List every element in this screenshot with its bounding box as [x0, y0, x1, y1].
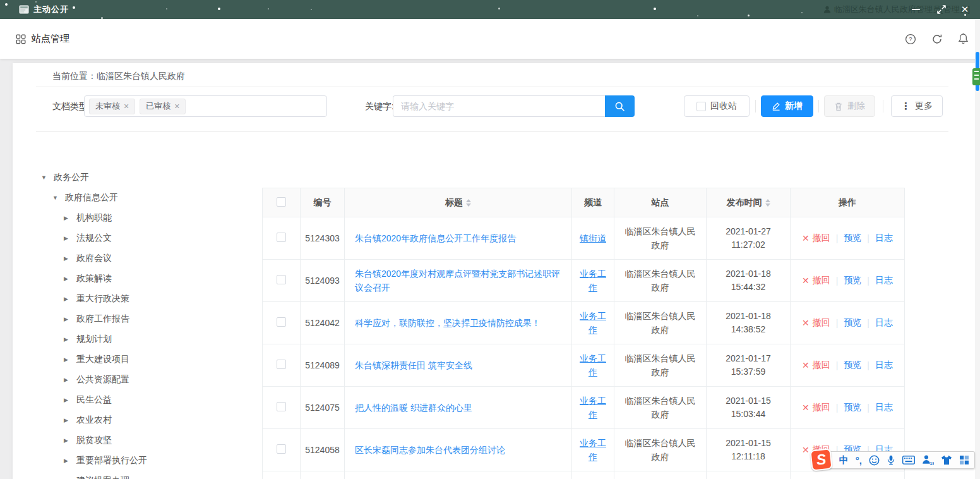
recycle-bin-button[interactable]: 回收站 [684, 95, 750, 117]
doc-channel-link[interactable]: 镇街道 [580, 233, 606, 243]
row-checkbox[interactable] [277, 233, 286, 242]
publish-date: 2021-01-18 [707, 310, 790, 323]
tag-remove-icon[interactable]: × [124, 101, 129, 111]
log-action[interactable]: 日志 [875, 275, 893, 286]
tree-item[interactable]: 政府信息公开 [41, 188, 259, 208]
tree-expand-arrow-icon[interactable] [64, 417, 76, 423]
withdraw-action[interactable]: ✕撤回 [802, 233, 830, 244]
tree-item[interactable]: 机构职能 [41, 208, 259, 228]
row-checkbox[interactable] [277, 275, 286, 284]
log-action[interactable]: 日志 [875, 317, 893, 329]
maximize-button[interactable] [931, 0, 952, 19]
preview-action[interactable]: 预览 [844, 317, 861, 329]
tree-item[interactable]: 规划计划 [41, 329, 259, 349]
ime-skin-icon[interactable] [941, 455, 952, 465]
doc-title-link[interactable]: 朱台镇深耕责任田 筑牢安全线 [355, 360, 472, 370]
tree-expand-arrow-icon[interactable] [41, 174, 54, 181]
recycle-bin-checkbox[interactable] [696, 102, 706, 111]
tree-expand-arrow-icon[interactable] [64, 235, 76, 241]
withdraw-action[interactable]: ✕撤回 [802, 275, 830, 286]
doc-title-link[interactable]: 把人性的温暖 织进群众的心里 [355, 403, 472, 413]
search-button[interactable] [605, 95, 635, 117]
doc-channel-link[interactable]: 业务工作 [580, 269, 606, 293]
tree-expand-arrow-icon[interactable] [64, 437, 76, 444]
tree-item[interactable]: 重要部署执行公开 [41, 451, 259, 471]
page-elevator-widget[interactable] [972, 68, 980, 85]
tree-expand-arrow-icon[interactable] [64, 397, 76, 403]
sogou-logo-icon[interactable]: S [810, 448, 832, 471]
refresh-icon[interactable] [931, 33, 943, 45]
log-action[interactable]: 日志 [875, 360, 893, 371]
doc-type-multiselect[interactable]: 未审核× 已审核× [84, 95, 327, 117]
tree-item[interactable]: 重大建设项目 [41, 349, 259, 370]
ime-chinese-mode-icon[interactable]: 中 [839, 454, 849, 466]
column-header-publish-time[interactable]: 发布时间 [707, 188, 791, 217]
tree-expand-arrow-icon[interactable] [64, 276, 76, 282]
ime-punctuation-icon[interactable]: °, [856, 455, 862, 466]
ime-keyboard-icon[interactable] [902, 456, 915, 464]
tree-item[interactable]: 政府工作报告 [41, 309, 259, 329]
tree-item[interactable]: 政府会议 [41, 248, 259, 269]
tree-item[interactable]: 政策解读 [41, 269, 259, 289]
vertical-scrollbar[interactable] [975, 19, 980, 479]
tree-expand-arrow-icon[interactable] [52, 195, 65, 201]
preview-action[interactable]: 预览 [844, 402, 861, 413]
withdraw-action[interactable]: ✕撤回 [802, 317, 830, 329]
ime-voice-icon[interactable] [887, 454, 895, 466]
help-icon[interactable]: ? [905, 33, 916, 45]
withdraw-action[interactable]: ✕撤回 [802, 360, 830, 371]
preview-action[interactable]: 预览 [844, 233, 861, 244]
doc-channel-link[interactable]: 业务工作 [580, 438, 606, 462]
keyword-input[interactable] [393, 95, 605, 117]
ime-user-dict-icon[interactable]: 19 [922, 454, 934, 466]
doc-publish-time: 2021-01-27 11:27:02 [707, 217, 791, 260]
doc-title-link[interactable]: 朱台镇2020年政府信息公开工作年度报告 [355, 233, 516, 243]
tree-item[interactable]: 民生公益 [41, 390, 259, 410]
tree-item[interactable]: 政务公开 [41, 167, 259, 188]
doc-title-link[interactable]: 科学应对，联防联控，坚决捍卫疫情防控成果！ [355, 318, 541, 328]
doc-channel-link[interactable]: 业务工作 [580, 311, 606, 335]
log-action[interactable]: 日志 [875, 402, 893, 413]
delete-button[interactable]: 删除 [824, 95, 875, 117]
minimize-button[interactable] [905, 0, 926, 19]
doc-channel-link[interactable]: 业务工作 [580, 396, 606, 420]
tree-expand-arrow-icon[interactable] [64, 377, 76, 383]
row-checkbox[interactable] [277, 360, 286, 369]
row-checkbox[interactable] [277, 402, 286, 411]
publish-date: 2021-01-15 [707, 437, 790, 450]
tree-item[interactable]: 农业农村 [41, 410, 259, 430]
column-header-title[interactable]: 标题 [345, 188, 572, 217]
row-checkbox[interactable] [277, 317, 286, 327]
row-checkbox[interactable] [277, 444, 286, 454]
tree-item[interactable]: 建议提案办理 [41, 471, 259, 479]
tree-expand-arrow-icon[interactable] [64, 316, 76, 322]
sort-carets-icon[interactable] [466, 199, 471, 207]
doc-title-link[interactable]: 区长宋磊同志参加朱台代表团分组讨论 [355, 445, 505, 455]
tree-item[interactable]: 重大行政决策 [41, 289, 259, 309]
modules-grid-icon[interactable] [16, 34, 26, 44]
log-action[interactable]: 日志 [875, 233, 893, 244]
tree-item[interactable]: 公共资源配置 [41, 370, 259, 390]
tag-remove-icon[interactable]: × [174, 101, 179, 111]
sort-carets-icon[interactable] [765, 199, 770, 207]
close-button[interactable]: ✕ [955, 0, 975, 19]
preview-action[interactable]: 预览 [844, 275, 861, 286]
doc-title-link[interactable]: 朱台镇2020年度对村观摩点评暨村党支部书记述职评议会召开 [355, 269, 560, 293]
select-all-checkbox[interactable] [277, 197, 286, 207]
preview-action[interactable]: 预览 [844, 360, 861, 371]
ime-emoji-icon[interactable] [869, 455, 880, 466]
ime-toolbox-icon[interactable] [959, 455, 969, 465]
tree-expand-arrow-icon[interactable] [64, 458, 76, 464]
notification-bell-icon[interactable] [958, 33, 969, 45]
tree-item[interactable]: 法规公文 [41, 228, 259, 248]
tree-expand-arrow-icon[interactable] [64, 336, 76, 343]
add-button[interactable]: 新增 [761, 95, 813, 117]
more-button[interactable]: ⋮ 更多 [891, 95, 943, 117]
tree-expand-arrow-icon[interactable] [64, 215, 76, 221]
tree-item[interactable]: 脱贫攻坚 [41, 430, 259, 451]
tree-expand-arrow-icon[interactable] [64, 255, 76, 262]
tree-expand-arrow-icon[interactable] [64, 296, 76, 302]
withdraw-action[interactable]: ✕撤回 [802, 402, 830, 413]
tree-expand-arrow-icon[interactable] [64, 356, 76, 363]
doc-channel-link[interactable]: 业务工作 [580, 353, 606, 377]
